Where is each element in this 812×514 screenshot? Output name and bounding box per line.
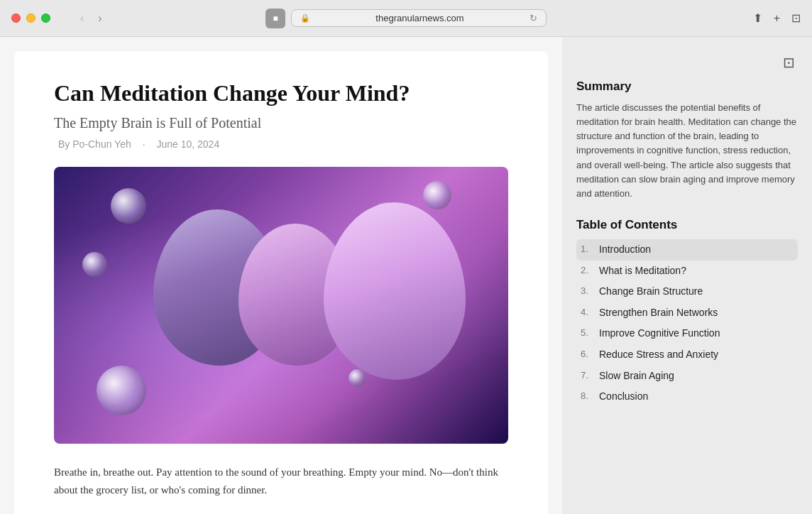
toc-item-1[interactable]: 1. Introduction: [576, 239, 798, 261]
minimize-button[interactable]: [26, 13, 35, 23]
tab-favicon: ■: [265, 9, 285, 28]
byline-date: June 10, 2024: [156, 138, 219, 150]
titlebar-right-actions: ⬆ + ⊡: [753, 11, 801, 25]
browser-content: Can Meditation Change Your Mind? The Emp…: [0, 37, 812, 514]
article-subtitle: The Empty Brain is Full of Potential: [54, 115, 508, 131]
close-button[interactable]: [11, 13, 21, 23]
article-byline: By Po-Chun Yeh · June 10, 2024: [54, 138, 508, 150]
byline-author: By Po-Chun Yeh: [58, 138, 131, 150]
article-title: Can Meditation Change Your Mind?: [54, 80, 508, 106]
toc-heading: Table of Contents: [576, 218, 798, 232]
toc-number-1: 1.: [581, 243, 595, 257]
toc-item-8[interactable]: 8. Conclusion: [576, 386, 798, 408]
article-body-text: Breathe in, breathe out. Pay attention t…: [54, 464, 508, 499]
toc-item-4[interactable]: 4. Strengthen Brain Networks: [576, 302, 798, 324]
toc-number-4: 4.: [581, 306, 595, 320]
toc-label-2: What is Meditation?: [599, 264, 686, 278]
toc-number-8: 8.: [581, 390, 595, 404]
share-button[interactable]: ⬆: [753, 11, 762, 25]
traffic-lights: [11, 13, 50, 23]
article-pane: Can Meditation Change Your Mind? The Emp…: [0, 37, 562, 514]
toc-section: Table of Contents 1. Introduction 2. Wha…: [576, 218, 798, 408]
summary-section: Summary The article discusses the potent…: [576, 80, 798, 201]
toc-label-5: Improve Cognitive Function: [599, 327, 720, 341]
toc-item-7[interactable]: 7. Slow Brain Aging: [576, 366, 798, 387]
forward-button[interactable]: ›: [94, 9, 106, 28]
toc-number-7: 7.: [581, 369, 595, 383]
toc-item-6[interactable]: 6. Reduce Stress and Anxiety: [576, 344, 798, 366]
toc-item-2[interactable]: 2. What is Meditation?: [576, 261, 798, 282]
back-button[interactable]: ‹: [76, 9, 88, 28]
article-inner: Can Meditation Change Your Mind? The Emp…: [14, 51, 548, 514]
url-text: thegranularnews.com: [314, 13, 525, 23]
toc-label-8: Conclusion: [599, 390, 648, 404]
toc-number-2: 2.: [581, 264, 595, 278]
refresh-button[interactable]: ↻: [530, 13, 537, 23]
sidebar-close-button[interactable]: ⊡: [780, 51, 798, 74]
titlebar: ‹ › ■ 🔒 thegranularnews.com ↻ ⬆ + ⊡: [0, 0, 812, 37]
toc-label-6: Reduce Stress and Anxiety: [599, 348, 718, 362]
orb-6: [97, 366, 146, 415]
article-hero-image: [54, 167, 508, 444]
lock-icon: 🔒: [300, 13, 310, 23]
summary-heading: Summary: [576, 80, 798, 94]
toc-label-1: Introduction: [599, 243, 651, 257]
toc-label-4: Strengthen Brain Networks: [599, 306, 718, 320]
toc-number-3: 3.: [581, 285, 595, 299]
new-tab-button[interactable]: +: [774, 12, 780, 25]
toc-number-6: 6.: [581, 348, 595, 362]
sidebar-pane: ⊡ Summary The article discusses the pote…: [562, 37, 812, 514]
summary-text: The article discusses the potential bene…: [576, 101, 798, 201]
titlebar-center: ■ 🔒 thegranularnews.com ↻: [265, 9, 547, 28]
address-bar[interactable]: 🔒 thegranularnews.com ↻: [291, 9, 547, 27]
nav-buttons: ‹ ›: [76, 9, 106, 28]
toc-item-3[interactable]: 3. Change Brain Structure: [576, 281, 798, 302]
maximize-button[interactable]: [41, 13, 50, 23]
toc-number-5: 5.: [581, 327, 595, 341]
toc-label-3: Change Brain Structure: [599, 285, 703, 299]
byline-separator: ·: [143, 138, 146, 150]
toc-item-5[interactable]: 5. Improve Cognitive Function: [576, 323, 798, 344]
toc-label-7: Slow Brain Aging: [599, 369, 674, 383]
sidebar-header: ⊡: [576, 51, 798, 74]
sidebar-toggle-button[interactable]: ⊡: [791, 11, 801, 25]
